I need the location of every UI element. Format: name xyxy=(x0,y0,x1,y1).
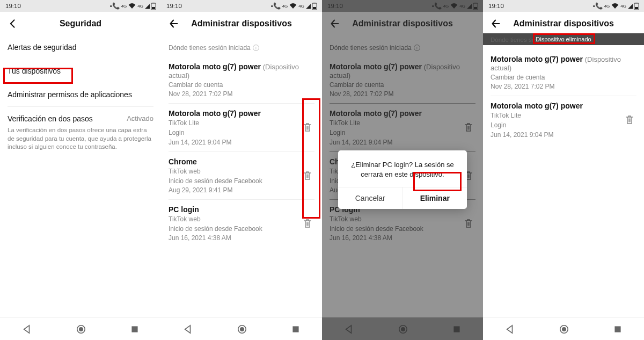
delete-device-button[interactable] xyxy=(301,205,314,242)
status-bar: 19:10 •📞 4G 4G ◢ xyxy=(161,0,322,12)
net-label-2: 4G xyxy=(137,4,143,9)
svg-rect-1 xyxy=(152,3,155,3)
net-label: 4G xyxy=(121,4,127,9)
status-bar: 19:10 •📞 4G 4G ◢ xyxy=(483,0,644,12)
clock: 19:10 xyxy=(5,3,21,9)
device-row: Motorola moto g(7) power TikTok Lite Log… xyxy=(491,96,636,143)
nav-bar xyxy=(161,317,322,340)
header: Seguridad xyxy=(0,12,161,35)
svg-rect-11 xyxy=(292,326,298,332)
battery-icon xyxy=(151,3,156,10)
nav-back-icon[interactable] xyxy=(183,324,193,334)
nav-recent-icon[interactable] xyxy=(291,325,300,334)
delete-device-button[interactable] xyxy=(301,157,314,194)
status-bar: 19:10 •📞 4G 4G ◢ xyxy=(0,0,161,12)
page-title: Seguridad xyxy=(23,19,138,28)
status-icons: •📞 4G 4G ◢ xyxy=(110,2,156,10)
session-header: Dónde tienes sesión iniciada i xyxy=(169,35,314,57)
nav-back-icon[interactable] xyxy=(22,324,32,334)
device-current: Motorola moto g(7) power (Dispositivo ac… xyxy=(491,49,636,96)
signal-icon: ◢ xyxy=(306,2,311,10)
svg-rect-19 xyxy=(635,3,638,3)
nav-home-icon[interactable] xyxy=(237,324,247,334)
volte-icon: •📞 xyxy=(110,2,120,10)
two-step-title: Verificación en dos pasos xyxy=(8,114,93,123)
device-row: Chrome TikTok web Inicio de sesión desde… xyxy=(169,151,314,199)
info-icon[interactable]: i xyxy=(253,45,259,51)
volte-icon: •📞 xyxy=(271,2,281,10)
nav-recent-icon[interactable] xyxy=(130,325,139,334)
panel-deleted-toast: 19:10 •📞 4G 4G ◢ Administrar dispositivo… xyxy=(483,0,644,340)
row-your-devices[interactable]: Tus dispositivos xyxy=(8,59,153,83)
row-app-permissions[interactable]: Administrar permisos de aplicaciones xyxy=(8,83,153,106)
delete-device-button[interactable] xyxy=(301,109,314,146)
svg-rect-5 xyxy=(131,326,137,332)
page-title: Administrar dispositivos xyxy=(184,19,299,28)
svg-rect-8 xyxy=(313,7,316,9)
row-two-step[interactable]: Verificación en dos pasos Activado La ve… xyxy=(8,106,153,161)
content: Dónde tienes sesión iniciada i Motorola … xyxy=(161,35,322,317)
delete-device-button[interactable] xyxy=(623,102,636,138)
device-row: PC login TikTok web Inicio de sesión des… xyxy=(169,199,314,247)
signal-icon: ◢ xyxy=(145,2,150,10)
clock: 19:10 xyxy=(166,3,182,9)
battery-icon xyxy=(312,3,317,10)
confirm-delete-dialog: ¿Eliminar PC login? La sesión se cerrará… xyxy=(338,150,467,209)
back-button[interactable] xyxy=(486,18,506,30)
back-button[interactable] xyxy=(3,18,23,29)
svg-rect-2 xyxy=(152,7,155,9)
header: Administrar dispositivos xyxy=(161,12,322,35)
panel-delete-dialog: 19:10 •📞 4G 4G ◢ Administrar dispositivo… xyxy=(322,0,483,340)
two-step-desc: La verificación en dos pasos ofrece una … xyxy=(8,126,153,151)
nav-recent-icon[interactable] xyxy=(613,325,622,334)
svg-rect-23 xyxy=(614,326,620,332)
nav-bar xyxy=(0,317,161,340)
wifi-icon xyxy=(128,3,136,9)
two-step-status: Activado xyxy=(127,114,153,123)
dialog-cancel-button[interactable]: Cancelar xyxy=(338,187,403,209)
content: Alertas de seguridad Tus dispositivos Ad… xyxy=(0,35,161,317)
dialog-delete-button[interactable]: Eliminar xyxy=(403,187,467,209)
device-current: Motorola moto g(7) power (Dispositivo ac… xyxy=(169,57,314,103)
row-security-alerts[interactable]: Alertas de seguridad xyxy=(8,35,153,59)
back-button[interactable] xyxy=(164,18,184,30)
svg-point-10 xyxy=(240,327,244,331)
nav-home-icon[interactable] xyxy=(76,324,86,334)
panel-security: 19:10 •📞 4G 4G ◢ Seguridad Alertas de se… xyxy=(0,0,161,340)
clock: 19:10 xyxy=(488,3,504,9)
svg-rect-20 xyxy=(635,7,638,9)
nav-home-icon[interactable] xyxy=(559,324,569,334)
dialog-text: ¿Eliminar PC login? La sesión se cerrará… xyxy=(338,150,467,187)
svg-point-22 xyxy=(562,327,566,331)
svg-rect-7 xyxy=(313,3,316,3)
status-icons: •📞 4G 4G ◢ xyxy=(271,2,317,10)
nav-bar xyxy=(483,317,644,340)
panel-manage-devices: 19:10 •📞 4G 4G ◢ Administrar dispositivo… xyxy=(161,0,322,340)
wifi-icon xyxy=(289,3,297,9)
device-row: Motorola moto g(7) power TikTok Lite Log… xyxy=(169,103,314,151)
session-header-peek: Dónde tienes sesión iniciada xyxy=(483,35,644,43)
svg-point-4 xyxy=(79,327,83,331)
nav-back-icon[interactable] xyxy=(505,324,515,334)
